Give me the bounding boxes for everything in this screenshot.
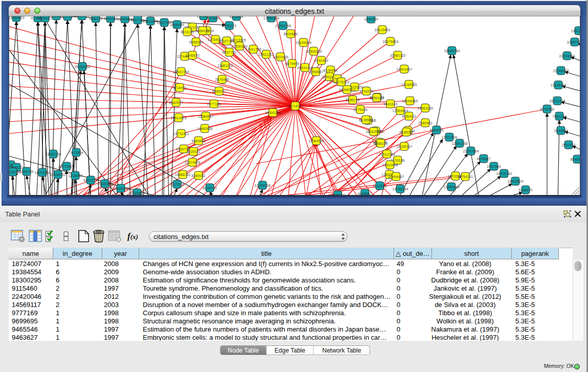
svg-text:22474828: 22474828 [184, 161, 200, 164]
svg-text:19523409: 19523409 [571, 29, 580, 33]
svg-text:12294238: 12294238 [254, 184, 270, 187]
svg-text:8396759: 8396759 [19, 170, 33, 173]
svg-text:21754078: 21754078 [553, 69, 569, 73]
svg-text:10334531: 10334531 [50, 173, 66, 177]
svg-text:16415740: 16415740 [496, 172, 512, 176]
svg-text:20615450: 20615450 [374, 28, 390, 32]
svg-text:16396513: 16396513 [339, 88, 355, 92]
svg-text:11881122: 11881122 [217, 64, 233, 68]
svg-text:6368105: 6368105 [374, 142, 387, 145]
svg-text:8134562: 8134562 [323, 69, 337, 72]
svg-text:13910648: 13910648 [382, 163, 398, 167]
svg-text:16510878: 16510878 [170, 116, 186, 120]
svg-text:10323815: 10323815 [129, 191, 145, 195]
svg-text:18754131: 18754131 [457, 175, 473, 179]
svg-text:17956909: 17956909 [263, 16, 279, 20]
svg-text:9875847: 9875847 [476, 157, 490, 161]
svg-text:5685216: 5685216 [345, 98, 359, 102]
svg-text:8224730: 8224730 [203, 186, 216, 190]
svg-text:14275203: 14275203 [333, 80, 349, 84]
svg-text:19832259: 19832259 [45, 152, 61, 156]
svg-text:19563180: 19563180 [417, 106, 433, 110]
svg-text:7452134: 7452134 [552, 115, 566, 118]
svg-text:3333883: 3333883 [554, 129, 568, 133]
svg-text:9275445: 9275445 [353, 108, 367, 112]
svg-text:21012166: 21012166 [379, 152, 395, 156]
svg-text:20772475: 20772475 [58, 165, 74, 168]
svg-text:8215958: 8215958 [540, 107, 554, 111]
svg-text:22053595: 22053595 [365, 130, 381, 134]
svg-text:6457765: 6457765 [222, 51, 236, 54]
svg-text:13732411: 13732411 [173, 132, 189, 136]
svg-text:13748244: 13748244 [392, 187, 408, 191]
svg-text:18300295: 18300295 [265, 111, 280, 115]
svg-text:3220921: 3220921 [186, 150, 200, 154]
svg-text:2077105: 2077105 [207, 102, 221, 106]
svg-text:20031404: 20031404 [297, 66, 313, 70]
svg-text:18992829: 18992829 [507, 180, 523, 183]
svg-text:14460856: 14460856 [197, 127, 212, 130]
svg-text:18096865: 18096865 [402, 99, 418, 103]
svg-text:2876966: 2876966 [215, 78, 229, 81]
svg-text:8359183: 8359183 [369, 96, 383, 100]
svg-text:12541238: 12541238 [451, 142, 467, 145]
svg-text:21257684: 21257684 [463, 149, 478, 153]
svg-text:5641643: 5641643 [383, 102, 397, 106]
svg-text:7671884: 7671884 [69, 151, 83, 155]
svg-text:4439167: 4439167 [103, 17, 117, 20]
svg-text:16072954: 16072954 [34, 171, 50, 174]
svg-text:10837430: 10837430 [567, 40, 580, 44]
svg-text:19688132: 19688132 [175, 173, 190, 177]
svg-text:13134457: 13134457 [550, 83, 566, 87]
svg-text:22306335: 22306335 [306, 50, 321, 53]
svg-text:11584847: 11584847 [198, 115, 214, 118]
svg-text:4112034: 4112034 [373, 184, 387, 188]
svg-text:3644095: 3644095 [429, 128, 443, 132]
svg-text:20994697: 20994697 [388, 175, 404, 179]
svg-text:8811165: 8811165 [181, 30, 194, 34]
svg-text:20580115: 20580115 [390, 54, 406, 57]
svg-text:14401657: 14401657 [396, 68, 412, 71]
svg-text:2457954: 2457954 [487, 165, 500, 168]
svg-text:5793975: 5793975 [359, 90, 373, 93]
svg-text:2537611: 2537611 [562, 143, 576, 147]
svg-text:1218062: 1218062 [68, 174, 82, 178]
svg-text:16848784: 16848784 [444, 49, 460, 53]
svg-text:9958289: 9958289 [189, 40, 203, 44]
svg-text:13421212: 13421212 [258, 53, 274, 56]
svg-text:3395870: 3395870 [185, 54, 199, 57]
svg-text:15375853: 15375853 [382, 40, 398, 43]
svg-text:15076749: 15076749 [9, 170, 21, 174]
svg-text:15180586: 15180586 [97, 182, 113, 186]
svg-text:29053346: 29053346 [74, 65, 90, 69]
svg-text:13241736: 13241736 [245, 48, 261, 51]
svg-text:8806804: 8806804 [229, 16, 243, 18]
svg-text:8369062: 8369062 [191, 174, 205, 178]
svg-text:4143890: 4143890 [206, 16, 220, 20]
svg-text:13146585: 13146585 [401, 83, 417, 86]
svg-text:8685577: 8685577 [212, 90, 226, 93]
svg-text:2066449: 2066449 [170, 23, 184, 27]
svg-text:9214491: 9214491 [172, 86, 186, 90]
svg-text:8646997: 8646997 [570, 158, 580, 161]
svg-text:16213925: 16213925 [230, 38, 246, 42]
svg-text:2580963: 2580963 [418, 121, 432, 125]
svg-text:15165337: 15165337 [396, 145, 412, 148]
svg-text:22455603: 22455603 [9, 16, 25, 19]
svg-text:11558837: 11558837 [308, 70, 324, 74]
svg-text:8079409: 8079409 [285, 62, 299, 65]
svg-text:17559643: 17559643 [392, 109, 408, 113]
svg-text:1890399: 1890399 [364, 17, 378, 21]
svg-text:13045349: 13045349 [443, 185, 459, 189]
svg-text:8336273: 8336273 [222, 24, 236, 28]
svg-text:21439044: 21439044 [295, 41, 311, 45]
svg-text:13701506: 13701506 [441, 136, 457, 139]
svg-text:22093651: 22093651 [559, 54, 575, 58]
svg-text:19384554: 19384554 [308, 139, 324, 143]
svg-text:6742460: 6742460 [314, 59, 328, 62]
svg-text:12416912: 12416912 [113, 187, 128, 190]
svg-text:18724007: 18724007 [287, 104, 303, 108]
svg-text:18922760: 18922760 [173, 70, 189, 74]
svg-text:6217026: 6217026 [170, 183, 184, 186]
svg-text:21200396: 21200396 [275, 24, 291, 28]
